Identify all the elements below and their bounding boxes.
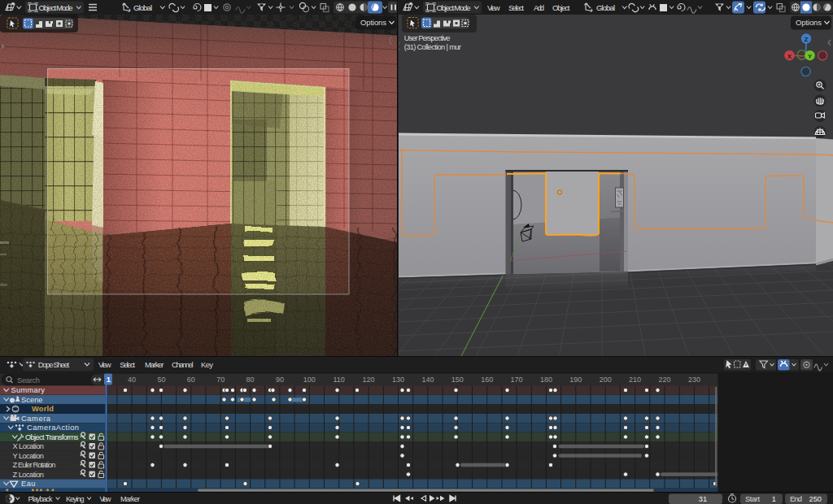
svg-text:80: 80 xyxy=(246,376,255,384)
svg-text:Select: Select xyxy=(120,360,135,369)
svg-text:60: 60 xyxy=(187,376,195,384)
svg-text:Dope Sheet: Dope Sheet xyxy=(38,360,70,369)
svg-text:Y Location: Y Location xyxy=(13,452,45,460)
svg-text:Z Euler Rotation: Z Euler Rotation xyxy=(13,461,56,469)
svg-text:190: 190 xyxy=(569,376,582,384)
svg-text:210: 210 xyxy=(629,376,641,384)
svg-text:User Perspective: User Perspective xyxy=(404,34,451,42)
svg-text:Marker: Marker xyxy=(120,495,140,503)
svg-text:(31) Collection | mur: (31) Collection | mur xyxy=(404,43,461,51)
svg-text:Select: Select xyxy=(508,3,524,12)
svg-text:230: 230 xyxy=(688,376,700,384)
svg-text:120: 120 xyxy=(363,376,375,384)
svg-text:Camera: Camera xyxy=(21,415,51,423)
svg-text:X: X xyxy=(787,53,792,60)
svg-text:Object Mode: Object Mode xyxy=(437,3,471,12)
svg-text:200: 200 xyxy=(600,376,612,384)
svg-text:Playback: Playback xyxy=(28,495,54,503)
svg-text:Y: Y xyxy=(808,53,812,60)
svg-text:Object Transforms: Object Transforms xyxy=(25,433,79,441)
svg-text:Options: Options xyxy=(796,18,822,27)
svg-text:180: 180 xyxy=(540,376,552,384)
svg-text:View: View xyxy=(100,495,112,503)
svg-text:Marker: Marker xyxy=(145,360,164,369)
svg-text:31: 31 xyxy=(699,495,707,503)
svg-text:40: 40 xyxy=(128,376,136,384)
svg-text:Start: Start xyxy=(745,495,760,503)
svg-text:Object Mode: Object Mode xyxy=(39,3,73,12)
svg-text:Add: Add xyxy=(534,3,544,12)
svg-text:View: View xyxy=(98,360,111,369)
svg-text:Summary: Summary xyxy=(11,386,46,394)
svg-text:160: 160 xyxy=(481,376,493,384)
svg-text:X Location: X Location xyxy=(13,442,45,450)
svg-text:Eau: Eau xyxy=(21,480,36,488)
svg-text:Keying: Keying xyxy=(66,495,85,503)
svg-text:250: 250 xyxy=(809,495,822,503)
svg-text:70: 70 xyxy=(216,376,225,384)
svg-text:220: 220 xyxy=(658,376,670,384)
svg-text:Options: Options xyxy=(360,18,386,27)
svg-text:Object: Object xyxy=(552,3,570,12)
svg-text:50: 50 xyxy=(157,376,165,384)
svg-text:Z Location: Z Location xyxy=(13,471,45,479)
svg-text:CameraAction: CameraAction xyxy=(27,424,79,432)
svg-text:110: 110 xyxy=(334,376,345,384)
svg-text:100: 100 xyxy=(303,376,316,384)
svg-text:1: 1 xyxy=(772,495,776,503)
svg-text:Scene: Scene xyxy=(21,396,43,404)
svg-text:1: 1 xyxy=(107,375,111,384)
svg-text:150: 150 xyxy=(451,376,464,384)
svg-text:World: World xyxy=(32,405,54,413)
svg-text:170: 170 xyxy=(511,376,523,384)
svg-text:Channel: Channel xyxy=(172,360,194,369)
svg-text:140: 140 xyxy=(421,376,434,384)
svg-text:Global: Global xyxy=(133,3,152,12)
svg-text:130: 130 xyxy=(392,376,404,384)
svg-text:Key: Key xyxy=(201,360,213,369)
svg-text:90: 90 xyxy=(276,376,284,384)
svg-text:Z: Z xyxy=(805,36,809,43)
svg-text:End: End xyxy=(790,495,802,503)
svg-text:Search: Search xyxy=(17,376,40,385)
svg-text:View: View xyxy=(487,3,500,12)
svg-text:Global: Global xyxy=(596,3,615,12)
